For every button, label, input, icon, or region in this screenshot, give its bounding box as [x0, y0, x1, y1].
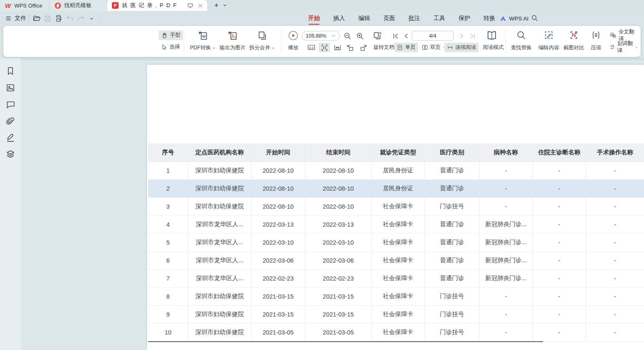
menu-item-annotate[interactable]: 批注: [408, 11, 421, 26]
zoom-in-button[interactable]: [355, 31, 365, 41]
table-cell: 2022-03-13: [251, 215, 305, 233]
divider: [184, 30, 184, 53]
table-cell: -: [586, 269, 644, 287]
pdf-convert-button[interactable]: W PDF转换: [186, 29, 220, 54]
table-cell: 4: [148, 215, 188, 233]
menu-item-edit[interactable]: 编辑: [357, 11, 371, 26]
table-cell: 2022-08-10: [251, 179, 305, 197]
edit-content-icon: [544, 30, 554, 40]
monitor-icon[interactable]: [187, 3, 193, 9]
split-merge-button[interactable]: 拆分合并: [245, 29, 280, 54]
wps-ai-button[interactable]: WPS AI: [499, 11, 529, 26]
full-text-translate-button[interactable]: A字 全文翻译: [607, 31, 641, 40]
single-page-label: 单页: [405, 44, 416, 51]
select-tool-button[interactable]: 选择: [159, 42, 183, 52]
table-cell: 社会保障卡: [371, 197, 424, 215]
menu-item-home[interactable]: 开始: [307, 11, 321, 26]
table-cell: 10: [148, 323, 188, 341]
table-cell: 深圳市龙华区人...: [188, 233, 251, 251]
fit-width-button[interactable]: [332, 43, 343, 52]
play-button[interactable]: 播放: [283, 29, 303, 54]
table-cell: 7: [148, 269, 188, 287]
tab-label: 找稻壳模板: [64, 2, 91, 9]
single-page-button[interactable]: 单页: [394, 43, 418, 52]
tab-bar: W WPS Office 找稻壳模板 P 就医记录.PDF +: [0, 0, 644, 11]
tab-wps-office[interactable]: W WPS Office: [0, 0, 49, 11]
table-cell: -: [586, 179, 644, 197]
word-translate-button[interactable]: A文 划词翻译: [607, 42, 641, 52]
rotate-right-button[interactable]: [357, 43, 369, 52]
thumbnail-icon[interactable]: [5, 83, 15, 93]
wps-ai-logo-icon: [499, 15, 507, 22]
compress-button[interactable]: 压缩: [586, 29, 606, 54]
table-cell: 1: [148, 161, 188, 179]
table-cell: 2021-03-15: [251, 305, 305, 323]
previous-page-button[interactable]: [402, 31, 411, 41]
bookmark-icon[interactable]: [5, 66, 15, 76]
find-replace-button[interactable]: 查找替换: [508, 29, 535, 54]
redo-button[interactable]: [76, 14, 85, 23]
table-cell: 深圳市妇幼保健院: [188, 323, 251, 341]
table-cell: 新冠肺炎门诊...: [479, 251, 533, 269]
page-number-input[interactable]: 4/4: [412, 31, 454, 41]
table-cell: 社会保障卡: [371, 215, 424, 233]
fit-page-icon: [320, 43, 329, 52]
save-button[interactable]: [43, 14, 52, 23]
table-cell: 3: [148, 197, 188, 215]
hand-tool-button[interactable]: 手型: [159, 31, 183, 40]
table-row: 6深圳市龙华区人...2022-03-062022-03-06社会保障卡普通门诊…: [148, 251, 644, 269]
edit-content-button[interactable]: 编辑内容: [535, 29, 562, 54]
svg-text:A: A: [611, 33, 613, 36]
attachment-icon[interactable]: [5, 116, 15, 126]
document-title: 就医记录.PDF: [122, 2, 180, 9]
search-icon[interactable]: [531, 14, 538, 22]
continuous-reading-button[interactable]: 连续阅读: [444, 43, 479, 52]
last-page-button[interactable]: [468, 31, 477, 41]
zoom-level-dropdown[interactable]: 105.88%: [302, 31, 340, 41]
quickbar-more-button[interactable]: [87, 14, 96, 23]
menu-item-convert[interactable]: 转换: [483, 11, 496, 26]
screenshot-compare-button[interactable]: 截图对比: [560, 29, 587, 54]
document-area[interactable]: 序号 定点医药机构名称 开始时间 结束时间 就诊凭证类型 医疗类别 病种名称 住…: [21, 59, 644, 350]
read-mode-book-icon[interactable]: [486, 30, 497, 41]
column-header: 病种名称: [479, 143, 533, 161]
undo-button[interactable]: [65, 14, 74, 23]
signature-pen-icon[interactable]: [5, 133, 15, 143]
rotate-document-button[interactable]: 旋转文档: [371, 43, 397, 52]
table-cell: 普通门诊: [425, 161, 479, 179]
open-file-button[interactable]: [32, 14, 41, 23]
next-page-button[interactable]: [457, 31, 466, 41]
first-page-button[interactable]: [391, 31, 400, 41]
read-mode-button[interactable]: 阅读模式: [480, 43, 506, 52]
tab-document-active[interactable]: P 就医记录.PDF: [107, 0, 207, 11]
layers-icon[interactable]: [5, 149, 15, 159]
play-label: 播放: [288, 44, 299, 51]
menu-row: 文件 开始 插入 编辑 页面 批注 工具 保护 转换: [0, 11, 644, 26]
close-icon[interactable]: [198, 3, 203, 8]
column-header: 定点医药机构名称: [188, 143, 251, 161]
rotate-left-button[interactable]: [345, 43, 356, 52]
menu-item-insert[interactable]: 插入: [332, 11, 346, 26]
comment-icon[interactable]: [5, 100, 15, 110]
menu-item-tools[interactable]: 工具: [433, 11, 446, 26]
file-menu-button[interactable]: 文件: [5, 11, 26, 26]
zoom-out-button[interactable]: [342, 31, 352, 41]
table-row: 2深圳市妇幼保健院2022-08-102022-08-10居民身份证普通门诊--…: [148, 179, 644, 197]
tab-list-chevron-icon[interactable]: [222, 3, 228, 8]
new-tab-button[interactable]: +: [211, 0, 221, 10]
menu-item-protect[interactable]: 保护: [458, 11, 471, 26]
chevron-down-icon: [635, 45, 638, 49]
svg-text:A: A: [613, 46, 614, 48]
tab-docer-templates[interactable]: 找稻壳模板: [50, 0, 107, 11]
menu-item-page[interactable]: 页面: [383, 11, 396, 26]
table-cell: -: [532, 161, 586, 179]
actual-size-button[interactable]: 1:1: [306, 43, 317, 52]
table-cell: 社会保障卡: [371, 269, 424, 287]
replace-page-button[interactable]: [372, 30, 383, 42]
svg-text:文: 文: [611, 46, 612, 48]
print-button[interactable]: [54, 14, 63, 23]
last-page-icon: [469, 33, 476, 40]
fit-page-button[interactable]: [319, 43, 330, 52]
table-cell: -: [479, 323, 533, 341]
table-cell: 门诊挂号: [425, 287, 479, 305]
